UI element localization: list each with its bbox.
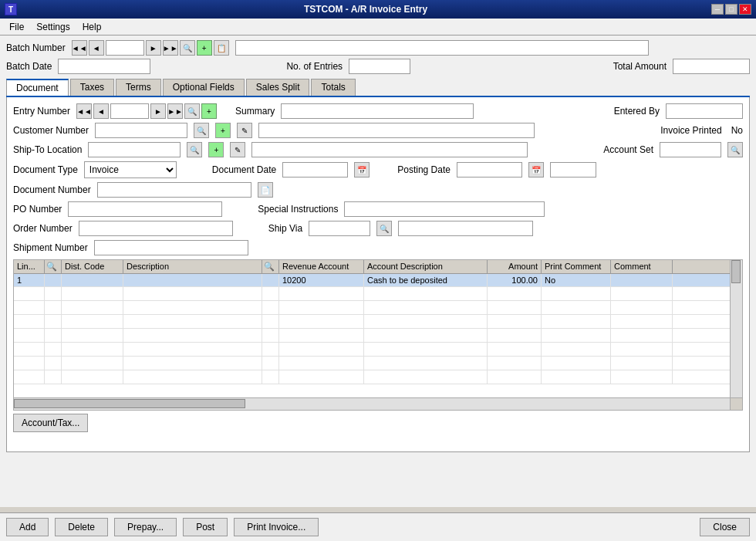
customer-edit-button[interactable]: ✎ — [237, 123, 252, 138]
tab-taxes[interactable]: Taxes — [70, 79, 114, 96]
cell-print-comment-1[interactable]: No — [542, 274, 611, 286]
grid-col-search2[interactable]: 🔍 — [262, 260, 279, 273]
minimize-button[interactable]: ─ — [711, 4, 724, 15]
menu-help[interactable]: Help — [76, 20, 108, 34]
document-type-select[interactable]: Invoice Credit Note Debit Note Interest — [84, 161, 177, 178]
batch-number-input[interactable]: 1 — [106, 40, 144, 56]
customer-number-input[interactable]: DABCOL — [95, 123, 187, 138]
tab-terms[interactable]: Terms — [116, 79, 161, 96]
customer-search-button[interactable]: 🔍 — [194, 123, 209, 138]
close-button[interactable]: Close — [700, 518, 750, 536]
grid-row-empty-2[interactable] — [14, 287, 742, 301]
batch-prev-button[interactable]: ◄ — [89, 40, 104, 56]
account-set-search-button[interactable]: 🔍 — [727, 142, 743, 157]
grid-row-empty-5[interactable] — [14, 329, 742, 343]
grid-row-empty-8[interactable] — [14, 370, 742, 384]
post-button[interactable]: Post — [183, 518, 228, 536]
entry-number-row: Entry Number ◄◄ ◄ 1 ► ►► 🔍 + Summary Ent… — [13, 103, 743, 119]
ship-to-search-button[interactable]: 🔍 — [187, 142, 202, 157]
window-close-button[interactable]: ✕ — [739, 4, 751, 15]
ship-to-add-button[interactable]: + — [208, 142, 224, 157]
shipment-number-input[interactable] — [94, 240, 248, 255]
grid-col-search1[interactable]: 🔍 — [45, 260, 62, 273]
entry-number-input[interactable]: 1 — [110, 103, 149, 119]
maximize-button[interactable]: □ — [725, 4, 737, 15]
batch-first-button[interactable]: ◄◄ — [72, 40, 87, 56]
print-invoice-button[interactable]: Print Invoice... — [234, 518, 319, 536]
entry-prev-button[interactable]: ◄ — [93, 103, 109, 119]
prepay-button[interactable]: Prepay... — [114, 518, 177, 536]
batch-find-button[interactable]: 🔍 — [180, 40, 195, 56]
ship-via-desc-input[interactable] — [398, 221, 533, 236]
grid-vscroll-thumb[interactable] — [731, 260, 741, 283]
add-button[interactable]: Add — [6, 518, 49, 536]
customer-number-row: Customer Number DABCOL 🔍 + ✎ DAB Collisi… — [13, 123, 743, 138]
grid-body: 1 10200 Cash to be deposited 100.00 No — [14, 274, 742, 397]
total-amount-input[interactable]: 0.000 — [673, 59, 750, 74]
ship-via-input[interactable] — [309, 221, 370, 236]
grid-horizontal-scrollbar[interactable] — [14, 397, 742, 410]
ship-to-desc-input[interactable] — [251, 142, 528, 157]
grid-col-print-comment: Print Comment — [542, 260, 611, 273]
document-number-copy-button[interactable]: 📄 — [258, 182, 273, 198]
batch-add-button[interactable]: + — [197, 40, 212, 56]
ship-via-search-button[interactable]: 🔍 — [376, 221, 392, 236]
entries-input[interactable]: 0 — [349, 59, 410, 74]
entry-last-button[interactable]: ►► — [167, 103, 183, 119]
grid-hscroll-thumb[interactable] — [14, 399, 245, 408]
cell-description-1[interactable] — [123, 274, 262, 286]
grid-row-1[interactable]: 1 10200 Cash to be deposited 100.00 No — [14, 274, 742, 287]
grid-row-empty-3[interactable] — [14, 301, 742, 315]
grid-row-empty-7[interactable] — [14, 357, 742, 370]
ship-via-label: Ship Via — [268, 223, 302, 234]
tab-optional-fields[interactable]: Optional Fields — [163, 79, 245, 96]
document-number-input[interactable]: 27857 — [97, 182, 251, 198]
document-date-calendar-button[interactable]: 📅 — [354, 162, 370, 178]
posting-period-input[interactable]: 2015 - 03 — [550, 162, 596, 178]
grid-vertical-scrollbar[interactable] — [730, 260, 742, 410]
grid-body-container: 1 10200 Cash to be deposited 100.00 No — [14, 274, 742, 397]
delete-button[interactable]: Delete — [55, 518, 108, 536]
customer-add-button[interactable]: + — [215, 123, 231, 138]
document-date-input[interactable]: 03/31/2015 — [282, 162, 348, 178]
batch-number-row: Batch Number ◄◄ ◄ 1 ► ►► 🔍 + 📋 March 201… — [6, 40, 750, 56]
batch-date-input[interactable]: 09/26/2019 — [58, 59, 150, 74]
cell-revenue-account-1[interactable]: 10200 — [279, 274, 364, 286]
customer-number-label: Customer Number — [13, 125, 89, 136]
posting-date-input[interactable]: 03/31/2015 — [457, 162, 522, 178]
entry-first-button[interactable]: ◄◄ — [76, 103, 92, 119]
title-bar: T TSTCOM - A/R Invoice Entry ─ □ ✕ — [0, 0, 756, 19]
grid-row-empty-6[interactable] — [14, 343, 742, 357]
menu-file[interactable]: File — [3, 20, 30, 34]
cell-comment-1[interactable] — [611, 274, 673, 286]
grid-row-empty-4[interactable] — [14, 315, 742, 329]
cell-amount-1[interactable]: 100.00 — [488, 274, 542, 286]
account-set-input[interactable]: ACTSET — [660, 142, 721, 157]
po-number-input[interactable] — [68, 201, 222, 217]
summary-input[interactable] — [281, 103, 474, 119]
batch-info-input[interactable]: March 2015 AR Invoice Entry - 1 — [235, 40, 649, 56]
tab-strip: Document Taxes Terms Optional Fields Sal… — [6, 79, 750, 97]
ship-to-input[interactable] — [88, 142, 181, 157]
order-number-input[interactable] — [79, 221, 233, 236]
cell-dist-code-1[interactable] — [62, 274, 123, 286]
batch-copy-button[interactable]: 📋 — [214, 40, 229, 56]
account-tax-button[interactable]: Account/Tax... — [13, 414, 88, 432]
po-number-label: PO Number — [13, 204, 62, 215]
batch-last-button[interactable]: ►► — [163, 40, 178, 56]
tab-sales-split[interactable]: Sales Split — [246, 79, 310, 96]
customer-name-input[interactable]: DAB Collision Ltd — [258, 123, 535, 138]
entered-by-input[interactable]: ADMIN — [666, 103, 743, 119]
special-instructions-input[interactable] — [344, 201, 545, 217]
posting-date-calendar-button[interactable]: 📅 — [528, 162, 544, 178]
document-number-row: Document Number 27857 📄 — [13, 182, 743, 198]
entry-find-button[interactable]: 🔍 — [184, 103, 200, 119]
entry-next-button[interactable]: ► — [150, 103, 166, 119]
cell-account-desc-1[interactable]: Cash to be deposited — [364, 274, 488, 286]
tab-totals[interactable]: Totals — [311, 79, 355, 96]
menu-settings[interactable]: Settings — [30, 20, 76, 34]
batch-next-button[interactable]: ► — [146, 40, 161, 56]
ship-to-edit-button[interactable]: ✎ — [230, 142, 245, 157]
entry-add-button[interactable]: + — [201, 103, 217, 119]
tab-document[interactable]: Document — [6, 79, 69, 96]
